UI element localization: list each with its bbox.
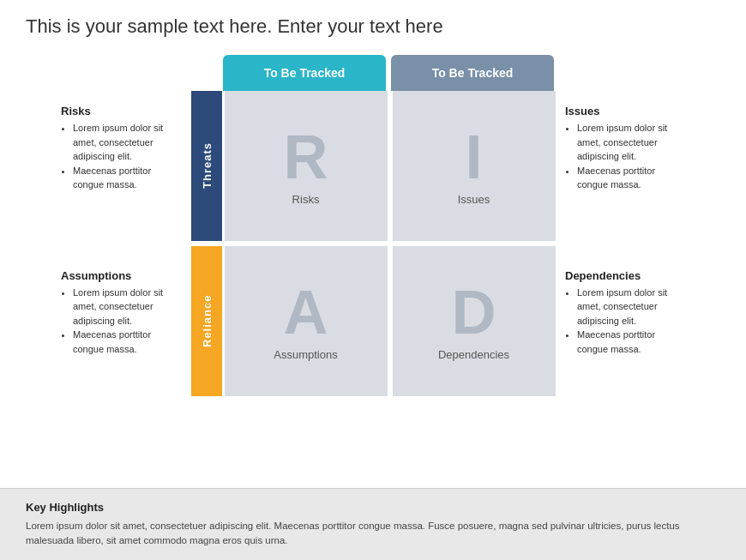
list-item: Maecenas porttitor congue massa. bbox=[577, 328, 685, 356]
row-labels: Threats Reliance bbox=[191, 91, 222, 396]
cell-a-label: Assumptions bbox=[274, 348, 337, 361]
left-risks-list: Lorem ipsum dolor sit amet, consectetuer… bbox=[61, 121, 181, 192]
right-dependencies-list: Lorem ipsum dolor sit amet, consectetuer… bbox=[565, 286, 685, 357]
cell-dependencies: D Dependencies bbox=[393, 246, 556, 396]
list-item: Lorem ipsum dolor sit amet, consectetuer… bbox=[73, 286, 181, 328]
grid-row-2: A Assumptions D Dependencies bbox=[225, 246, 556, 396]
list-item: Maecenas porttitor congue massa. bbox=[73, 328, 181, 356]
left-assumptions-block: Assumptions Lorem ipsum dolor sit amet, … bbox=[52, 264, 190, 362]
main-content: Risks Lorem ipsum dolor sit amet, consec… bbox=[0, 46, 746, 405]
row-label-threats: Threats bbox=[191, 91, 222, 241]
left-assumptions-list: Lorem ipsum dolor sit amet, consectetuer… bbox=[61, 286, 181, 357]
cell-r-letter: R bbox=[284, 126, 328, 188]
footer-text: Lorem ipsum dolor sit amet, consectetuer… bbox=[26, 519, 720, 549]
list-item: Lorem ipsum dolor sit amet, consectetuer… bbox=[73, 121, 181, 164]
grid-cells: R Risks I Issues A Assumptions D bbox=[225, 91, 556, 396]
cell-d-label: Dependencies bbox=[438, 348, 509, 361]
list-item: Lorem ipsum dolor sit amet, consectetuer… bbox=[577, 286, 685, 328]
right-issues-block: Issues Lorem ipsum dolor sit amet, conse… bbox=[556, 99, 694, 197]
cell-r-label: Risks bbox=[292, 193, 320, 206]
list-item: Maecenas porttitor congue massa. bbox=[577, 164, 685, 192]
footer: Key Highlights Lorem ipsum dolor sit ame… bbox=[0, 488, 746, 561]
cell-i-letter: I bbox=[465, 126, 482, 188]
right-dependencies-block: Dependencies Lorem ipsum dolor sit amet,… bbox=[556, 264, 694, 362]
right-annotations: Issues Lorem ipsum dolor sit amet, conse… bbox=[556, 55, 694, 361]
left-annotations: Risks Lorem ipsum dolor sit amet, consec… bbox=[52, 55, 190, 361]
col-headers: To Be Tracked To Be Tracked bbox=[220, 55, 556, 91]
page-title: This is your sample text here. Enter you… bbox=[0, 0, 746, 46]
matrix-wrapper: To Be Tracked To Be Tracked Threats Reli… bbox=[190, 55, 556, 396]
cell-i-label: Issues bbox=[458, 193, 490, 206]
grid-area: Threats Reliance R Risks I Issues bbox=[191, 91, 556, 396]
list-item: Maecenas porttitor congue massa. bbox=[73, 164, 181, 192]
left-assumptions-title: Assumptions bbox=[61, 269, 181, 282]
left-risks-title: Risks bbox=[61, 105, 181, 117]
cell-issues: I Issues bbox=[393, 91, 556, 241]
cell-risks: R Risks bbox=[225, 91, 388, 241]
list-item: Lorem ipsum dolor sit amet, consectetuer… bbox=[577, 121, 685, 164]
right-issues-title: Issues bbox=[565, 105, 685, 117]
left-risks-block: Risks Lorem ipsum dolor sit amet, consec… bbox=[52, 99, 190, 197]
row-label-reliance: Reliance bbox=[191, 246, 222, 396]
col-header-1: To Be Tracked bbox=[223, 55, 386, 91]
col-header-2: To Be Tracked bbox=[391, 55, 554, 91]
footer-title: Key Highlights bbox=[26, 501, 720, 514]
cell-d-letter: D bbox=[452, 281, 496, 343]
cell-a-letter: A bbox=[284, 281, 328, 343]
right-dependencies-title: Dependencies bbox=[565, 269, 685, 282]
cell-assumptions: A Assumptions bbox=[225, 246, 388, 396]
grid-row-1: R Risks I Issues bbox=[225, 91, 556, 241]
right-issues-list: Lorem ipsum dolor sit amet, consectetuer… bbox=[565, 121, 685, 192]
